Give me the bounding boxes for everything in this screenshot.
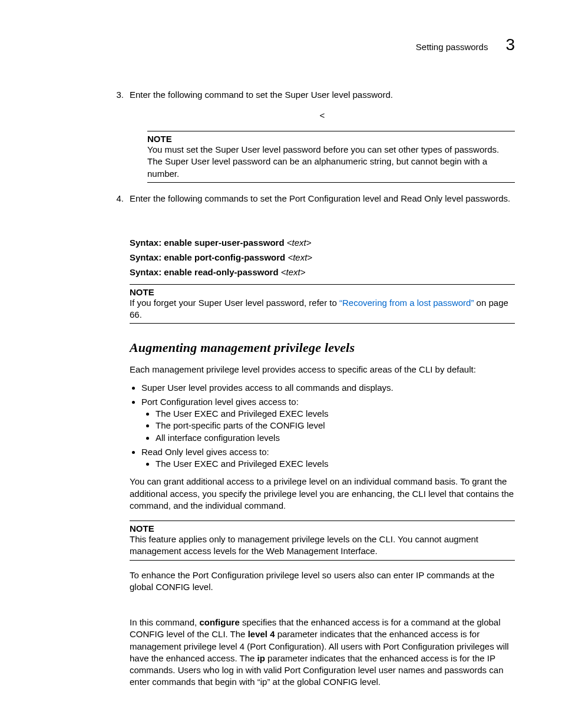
note-2: NOTE If you forget your Super User level…	[130, 284, 515, 324]
step-text: Enter the following command to set the S…	[130, 90, 515, 100]
list-item: Super User level provides access to all …	[141, 382, 515, 394]
note-label: NOTE	[147, 134, 172, 144]
list-item: Read Only level gives access to: The Use…	[141, 446, 515, 470]
intro-paragraph: Each management privilege level provides…	[130, 364, 515, 375]
note-rule-bottom	[147, 182, 515, 183]
list-item: The port-specific parts of the CONFIG le…	[156, 420, 515, 431]
privilege-bullets: Super User level provides access to all …	[141, 382, 515, 470]
note-rule-bottom	[130, 323, 515, 324]
syntax-cmd: enable read-only-password	[164, 267, 278, 277]
grant-access-paragraph: You can grant additional access to a pri…	[130, 476, 515, 512]
note-rule-top	[130, 521, 515, 521]
configure-paragraph: In this command, configure specifies tha…	[130, 617, 515, 689]
note-1: NOTE You must set the Super User level p…	[147, 131, 515, 183]
syntax-arg: <text>	[287, 252, 312, 262]
list-item-text: Port Configuration level gives access to…	[141, 397, 299, 407]
note-prefix: If you forget your Super User level pass…	[130, 298, 339, 308]
enhance-paragraph: To enhance the Port Configuration privil…	[130, 569, 515, 594]
header-title: Setting passwords	[416, 42, 488, 52]
subsection-heading: Augmenting management privilege levels	[130, 340, 515, 355]
note-label: NOTE	[130, 523, 154, 533]
note-rule-bottom	[130, 560, 515, 561]
text-run: In this command,	[130, 617, 199, 627]
note-body: You must set the Super User level passwo…	[147, 144, 515, 180]
spacer	[130, 209, 515, 233]
syntax-line-3: Syntax: enable read-only-password <text>	[130, 267, 515, 277]
step-3: 3. Enter the following command to set th…	[113, 90, 515, 100]
list-item: The User EXEC and Privileged EXEC levels	[156, 408, 515, 420]
syntax-arg: <text>	[281, 267, 306, 277]
bold-level4: level 4	[248, 629, 275, 639]
list-item: All interface configuration levels	[156, 432, 515, 444]
step-4: 4. Enter the following commands to set t…	[113, 193, 515, 203]
bold-ip: ip	[257, 653, 265, 663]
syntax-label: Syntax:	[130, 238, 161, 248]
chapter-number: 3	[505, 35, 515, 54]
syntax-cmd: enable port-config-password	[164, 252, 285, 262]
bold-configure: configure	[199, 617, 239, 627]
lost-password-link[interactable]: “Recovering from a lost password”	[339, 298, 474, 308]
list-item: Port Configuration level gives access to…	[141, 396, 515, 444]
running-header: Setting passwords 3	[47, 35, 515, 54]
content: 3. Enter the following command to set th…	[130, 90, 515, 689]
spacer	[130, 599, 515, 611]
step-number: 4.	[113, 193, 124, 203]
syntax-label: Syntax:	[130, 252, 161, 262]
syntax-label: Syntax:	[130, 267, 161, 277]
syntax-cmd: enable super-user-password	[164, 238, 284, 248]
note-rule-top	[147, 131, 515, 131]
step-number: 3.	[113, 90, 124, 100]
step-text: Enter the following commands to set the …	[130, 193, 515, 203]
note-body: This feature applies only to management …	[130, 533, 515, 558]
list-item-text: Read Only level gives access to:	[141, 447, 269, 457]
syntax-arg: <text>	[287, 238, 312, 248]
less-than-symbol: <	[130, 110, 515, 120]
note-label: NOTE	[130, 287, 154, 297]
syntax-line-2: Syntax: enable port-config-password <tex…	[130, 252, 515, 262]
syntax-line-1: Syntax: enable super-user-password <text…	[130, 238, 515, 248]
note-3: NOTE This feature applies only to manage…	[130, 521, 515, 561]
note-rule-top	[130, 284, 515, 285]
page: Setting passwords 3 3. Enter the followi…	[0, 0, 562, 728]
note-body: If you forget your Super User level pass…	[130, 297, 515, 321]
list-item: The User EXEC and Privileged EXEC levels	[156, 458, 515, 470]
